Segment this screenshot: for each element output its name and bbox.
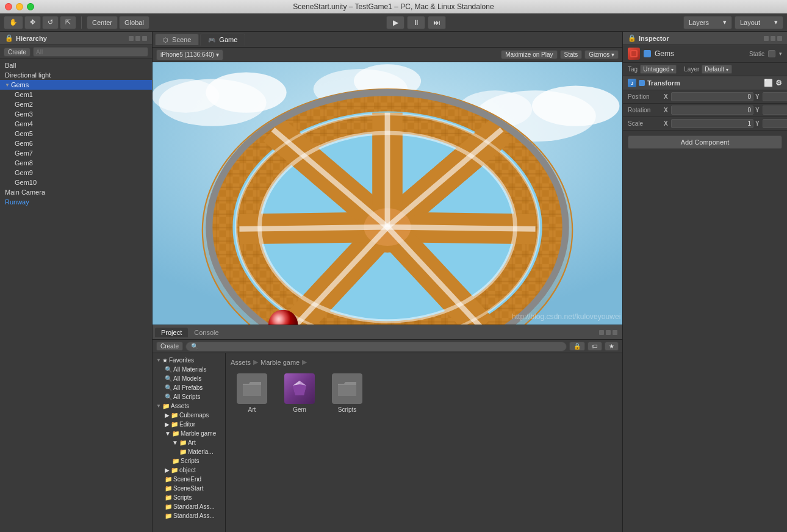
- tree-assets[interactable]: ▼ 📁 Assets: [153, 401, 225, 411]
- tree-cubemaps[interactable]: ▶ 📁 Cubemaps: [153, 411, 225, 420]
- maximize-button[interactable]: [27, 3, 34, 10]
- transform-settings-icon[interactable]: ⬜: [764, 79, 773, 87]
- hierarchy-search-input[interactable]: [33, 47, 148, 57]
- breadcrumb-marble-game[interactable]: Marble game: [261, 359, 300, 366]
- layout-dropdown[interactable]: Layout ▾: [735, 16, 783, 29]
- move-tool-button[interactable]: ✥: [24, 16, 41, 29]
- layer-dropdown[interactable]: Default ▾: [702, 65, 732, 74]
- file-gem[interactable]: Gem: [278, 371, 321, 415]
- hand-tool-button[interactable]: ✋: [4, 16, 23, 29]
- tree-marble-game[interactable]: ▼ 📁 Marble game: [153, 429, 225, 438]
- static-checkbox[interactable]: [768, 50, 775, 57]
- tree-art[interactable]: ▼ 📁 Art: [153, 438, 225, 447]
- tree-scripts-sub[interactable]: 📁 Scripts: [153, 456, 225, 466]
- tab-game[interactable]: 🎮 Game: [200, 34, 245, 46]
- hierarchy-item-gem8[interactable]: Gem8: [0, 158, 152, 168]
- art-label: Art: [188, 439, 196, 446]
- layers-layout: Layers ▾ Layout ▾: [683, 16, 783, 29]
- tree-materials[interactable]: 📁 Materia...: [153, 447, 225, 456]
- project-create-button[interactable]: Create: [156, 342, 183, 351]
- tree-standard-ass-1[interactable]: 📁 Standard Ass...: [153, 502, 225, 511]
- rotate-tool-button[interactable]: ↺: [42, 16, 59, 29]
- transform-checkbox[interactable]: [639, 80, 645, 86]
- hierarchy-item-ball[interactable]: Ball: [0, 60, 152, 70]
- tree-standard-ass-2[interactable]: 📁 Standard Ass...: [153, 511, 225, 520]
- tree-favorites[interactable]: ▼ ★ Favorites: [153, 356, 225, 365]
- svg-rect-48: [631, 51, 636, 56]
- file-scripts[interactable]: Scripts: [326, 371, 368, 415]
- tree-scripts[interactable]: 📁 Scripts: [153, 493, 225, 502]
- sx-axis-label: X: [664, 120, 670, 127]
- standard-ass-2-label: Standard Ass...: [173, 512, 215, 519]
- folder-art-icon: [237, 373, 267, 404]
- assets-label: Assets: [171, 403, 189, 409]
- expand-art: ▼: [172, 439, 178, 446]
- rotation-y-input[interactable]: [763, 106, 787, 115]
- play-button[interactable]: ▶: [386, 16, 404, 29]
- hierarchy-item-gem10[interactable]: Gem10: [0, 178, 152, 187]
- hierarchy-item-gem7[interactable]: Gem7: [0, 148, 152, 158]
- layers-dropdown[interactable]: Layers ▾: [683, 16, 732, 29]
- project-search-input[interactable]: [185, 342, 567, 351]
- center-button[interactable]: Center: [87, 16, 118, 29]
- tree-editor[interactable]: ▶ 📁 Editor: [153, 420, 225, 429]
- object-active-checkbox[interactable]: [644, 50, 651, 57]
- transform-component-header[interactable]: J Transform ⬜ ⚙: [623, 76, 787, 90]
- hierarchy-item-main-camera[interactable]: Main Camera: [0, 187, 152, 197]
- editor-label: Editor: [179, 421, 195, 428]
- project-menu-icon[interactable]: [599, 330, 617, 335]
- tree-all-materials[interactable]: 🔍 All Materials: [153, 365, 225, 374]
- breadcrumb-assets[interactable]: Assets: [231, 359, 251, 366]
- transform-gear-icon[interactable]: ⚙: [775, 79, 782, 87]
- hierarchy-item-gem1[interactable]: Gem1: [0, 90, 152, 99]
- position-x-input[interactable]: [671, 92, 753, 101]
- hierarchy-item-gem4[interactable]: Gem4: [0, 119, 152, 129]
- hierarchy-item-gem6[interactable]: Gem6: [0, 138, 152, 148]
- hierarchy-item-directional-light[interactable]: Directional light: [0, 70, 152, 80]
- rotation-x-input[interactable]: [671, 106, 753, 115]
- layer-value: Default: [705, 66, 724, 73]
- project-tag-button[interactable]: 🏷: [588, 342, 602, 351]
- add-component-button[interactable]: Add Component: [628, 135, 782, 149]
- tree-object[interactable]: ▶ 📁 object: [153, 466, 225, 475]
- global-button[interactable]: Global: [119, 16, 149, 29]
- tree-all-scripts[interactable]: 🔍 All Scripts: [153, 392, 225, 401]
- tab-console[interactable]: Console: [188, 328, 225, 337]
- minimize-button[interactable]: [16, 3, 23, 10]
- tab-scene[interactable]: ⬡ Scene: [155, 34, 199, 45]
- resolution-dropdown[interactable]: iPhone5 (1136:640) ▾: [156, 49, 223, 60]
- hierarchy-item-gem3[interactable]: Gem3: [0, 109, 152, 119]
- hierarchy-item-gem9[interactable]: Gem9: [0, 168, 152, 178]
- hierarchy-item-gem2[interactable]: Gem2: [0, 99, 152, 109]
- project-star-button[interactable]: ★: [605, 342, 619, 351]
- project-lock-button[interactable]: 🔒: [569, 342, 585, 351]
- hierarchy-item-gems[interactable]: ▼ Gems: [0, 80, 152, 90]
- rotation-xyz: X Y Z: [664, 106, 787, 115]
- step-button[interactable]: ⏭: [428, 16, 446, 29]
- tree-scene-end[interactable]: 📁 SceneEnd: [153, 475, 225, 484]
- hierarchy-menu-icon[interactable]: [129, 36, 147, 41]
- pause-button[interactable]: ⏸: [407, 16, 425, 29]
- scale-tool-button[interactable]: ⇱: [60, 16, 76, 29]
- view-tabs: ⬡ Scene 🎮 Game: [153, 32, 622, 48]
- tree-all-prefabs[interactable]: 🔍 All Prefabs: [153, 383, 225, 392]
- gizmos-button[interactable]: Gizmos ▾: [584, 50, 619, 59]
- tag-dropdown[interactable]: Untagged ▾: [640, 65, 677, 74]
- stats-button[interactable]: Stats: [560, 50, 583, 59]
- traffic-lights: [5, 3, 34, 10]
- close-button[interactable]: [5, 3, 12, 10]
- file-art[interactable]: Art: [231, 371, 273, 415]
- tree-scene-start[interactable]: 📁 SceneStart: [153, 484, 225, 493]
- x-axis-label: X: [664, 93, 670, 100]
- inspector-menu-icon[interactable]: [764, 36, 782, 41]
- tab-project[interactable]: Project: [155, 328, 188, 337]
- position-y-input[interactable]: [763, 92, 787, 101]
- tree-all-models[interactable]: 🔍 All Models: [153, 374, 225, 383]
- hierarchy-item-gem5[interactable]: Gem5: [0, 129, 152, 138]
- static-dropdown-icon[interactable]: ▾: [779, 51, 782, 57]
- scale-y-input[interactable]: [763, 119, 787, 128]
- scale-x-input[interactable]: [671, 119, 753, 128]
- hierarchy-item-runway[interactable]: Runway: [0, 197, 152, 207]
- hierarchy-create-button[interactable]: Create: [4, 48, 31, 57]
- maximize-on-play-button[interactable]: Maximize on Play: [501, 50, 557, 59]
